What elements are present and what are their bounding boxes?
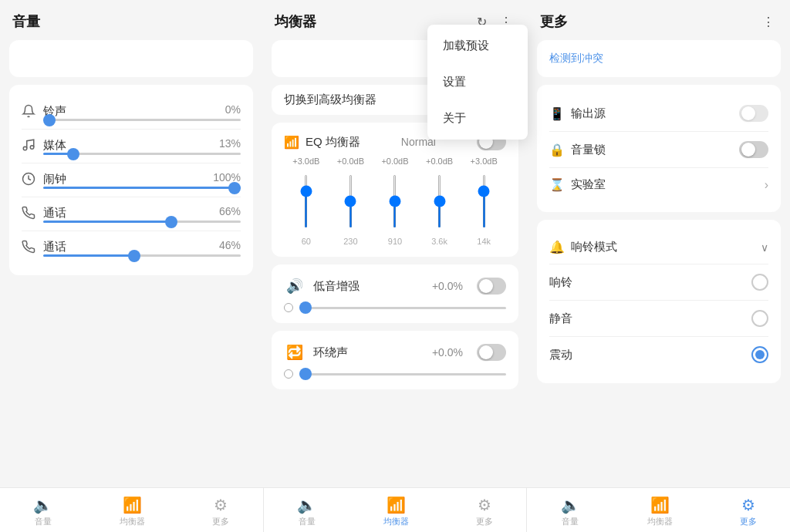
volume-lock-row: 🔒 音量锁 [549,132,768,168]
nav-eq-0[interactable]: 📶 均衡器 [110,494,154,529]
ring-collapse-icon[interactable]: ∨ [761,241,768,254]
vol-icon-2 [22,172,43,189]
nav-volume-0[interactable]: 🔈 音量 [24,494,62,529]
nav-section-2: 🔈 音量 📶 均衡器 ⚙ 更多 [527,488,790,532]
eq-db-3: +0.0dB [417,157,462,166]
eq-db-row: +3.0dB +0.0dB +0.0dB +0.0dB +3.0dB [284,157,506,166]
output-label: 输出源 [571,106,739,121]
vol-slider-4[interactable] [43,254,241,257]
eq-slider-2[interactable] [393,174,396,228]
eq-freq-4: 14k [461,237,506,246]
eq-slider-1[interactable] [349,174,352,228]
lab-row[interactable]: ⌛ 实验室 › [549,168,768,201]
volume-row-4: 通话 46% [22,231,241,264]
ring-mode-header-row: 🔔 响铃模式 ∨ [549,231,768,264]
bass-icon: 🔊 [284,275,306,297]
virtualizer-toggle[interactable] [477,344,506,361]
nav-volume-label-1: 音量 [299,516,316,527]
lab-label: 实验室 [571,177,765,192]
nav-more-icon-0: ⚙ [214,496,228,514]
nav-eq-2[interactable]: 📶 均衡器 [638,494,682,529]
volume-row-3: 通话 66% [22,197,241,231]
eq-slider-4[interactable] [483,174,485,228]
ring-radio-inner-2 [755,350,765,359]
ring-label-1: 静音 [549,311,751,326]
ring-option-0[interactable]: 响铃 [549,264,768,301]
svg-point-1 [30,145,34,149]
ring-radio-0[interactable] [751,274,768,291]
nav-volume-icon-0: 🔈 [33,496,52,514]
eq-freq-0: 60 [284,237,329,246]
conflict-card: 检测到冲突 [537,40,781,77]
nav-eq-label-0: 均衡器 [120,516,145,527]
nav-volume-1[interactable]: 🔈 音量 [288,494,326,529]
nav-more-icon-2: ⚙ [741,496,755,514]
output-row: 📱 输出源 [549,96,768,132]
bass-slider[interactable] [299,307,506,309]
context-menu: 加载预设 设置 关于 [427,25,528,140]
bass-toggle-knob [479,279,493,293]
nav-eq-icon-2: 📶 [650,496,670,514]
virtualizer-row: 🔁 环绕声 +0.0% [284,342,506,363]
bottom-nav: 🔈 音量 📶 均衡器 ⚙ 更多 🔈 音量 📶 均衡器 ⚙ 更多 🔈 音量 [0,487,790,532]
menu-about[interactable]: 关于 [427,100,528,136]
volume-row-2: 闹钟 100% [22,163,241,197]
volume-panel: 音量 铃声 0% 媒体 13% [0,0,262,487]
menu-settings[interactable]: 设置 [427,64,528,100]
nav-volume-label-2: 音量 [562,516,579,527]
vol-slider-2[interactable] [43,187,241,189]
vol-slider-1[interactable] [43,153,241,155]
ring-mode-card: 🔔 响铃模式 ∨ 响铃 静音 震动 [537,220,781,383]
eq-slider-3[interactable] [438,174,441,228]
volume-card: 铃声 0% 媒体 13% 闹钟 100% [9,85,253,275]
more-more-icon[interactable]: ⋮ [759,12,778,31]
ring-option-2[interactable]: 震动 [549,337,768,372]
volume-title: 音量 [12,12,250,31]
virtualizer-slider[interactable] [299,373,506,375]
volume-header: 音量 [9,0,253,40]
bass-boost-card: 🔊 低音增强 +0.0% [272,264,518,323]
eq-slider-col-4 [461,174,506,228]
ring-radio-1[interactable] [751,310,768,327]
eq-label: EQ 均衡器 [306,135,360,150]
vol-row-inner-3: 通话 66% [43,205,241,223]
nav-volume-icon-2: 🔈 [561,496,580,514]
eq-db-2: +0.0dB [373,157,417,166]
bass-toggle[interactable] [477,278,506,295]
vol-row-inner-2: 闹钟 100% [43,171,241,189]
nav-more-1[interactable]: ⚙ 更多 [467,494,502,529]
eq-db-4: +3.0dB [461,157,506,166]
volume-row-0: 铃声 0% [22,96,241,130]
menu-load-preset[interactable]: 加载预设 [427,28,528,64]
conflict-link[interactable]: 检测到冲突 [549,52,603,66]
vol-slider-0[interactable] [43,119,241,121]
vol-slider-3[interactable] [43,221,241,223]
lock-icon: 🔒 [549,143,571,157]
nav-more-label-2: 更多 [740,516,757,527]
more-main-card: 📱 输出源 🔒 音量锁 ⌛ 实验室 › [537,85,781,212]
output-toggle[interactable] [739,105,768,122]
lab-chevron: › [765,178,768,192]
volume-lock-toggle[interactable] [739,141,768,158]
ring-radio-2[interactable] [751,346,768,363]
eq-slider-col-0 [284,174,329,228]
nav-volume-icon-1: 🔈 [297,496,316,514]
nav-more-2[interactable]: ⚙ 更多 [731,494,766,529]
volume-top-spacer [9,40,253,77]
eq-freq-row: 60 230 910 3.6k 14k [284,237,506,246]
phone-icon: 📱 [549,106,571,121]
eq-db-1: +0.0dB [329,157,373,166]
virtualizer-val: +0.0% [432,346,463,359]
nav-volume-2[interactable]: 🔈 音量 [552,494,589,529]
eq-slider-0[interactable] [305,174,307,228]
nav-more-0[interactable]: ⚙ 更多 [203,494,238,529]
virtualizer-icon: 🔁 [284,342,306,363]
nav-eq-1[interactable]: 📶 均衡器 [374,494,418,529]
virtualizer-card: 🔁 环绕声 +0.0% [272,331,518,389]
virtualizer-toggle-knob [479,345,493,359]
ring-option-1[interactable]: 静音 [549,301,768,337]
virtualizer-label: 环绕声 [313,345,424,360]
volume-lock-toggle-knob [741,143,755,157]
nav-section-1: 🔈 音量 📶 均衡器 ⚙ 更多 [264,488,528,532]
bass-val: +0.0% [432,280,463,292]
